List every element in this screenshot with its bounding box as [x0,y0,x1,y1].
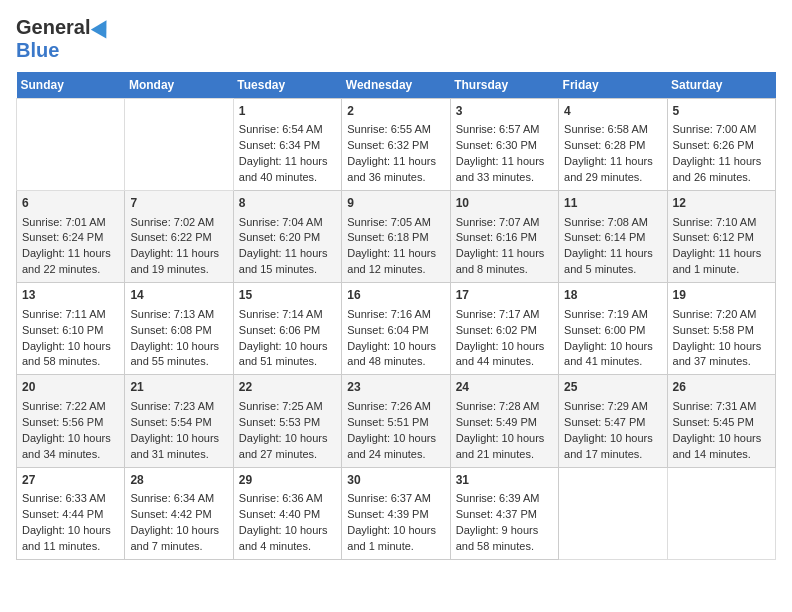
sunrise: Sunrise: 7:31 AM [673,400,757,412]
calendar-cell: 18Sunrise: 7:19 AMSunset: 6:00 PMDayligh… [559,283,667,375]
day-number: 9 [347,195,444,212]
daylight: Daylight: 10 hours and 34 minutes. [22,432,111,460]
day-number: 30 [347,472,444,489]
header-saturday: Saturday [667,72,775,99]
header-monday: Monday [125,72,233,99]
sunset: Sunset: 6:26 PM [673,139,754,151]
day-number: 1 [239,103,336,120]
daylight: Daylight: 10 hours and 14 minutes. [673,432,762,460]
sunrise: Sunrise: 7:01 AM [22,216,106,228]
daylight: Daylight: 10 hours and 21 minutes. [456,432,545,460]
daylight: Daylight: 10 hours and 4 minutes. [239,524,328,552]
daylight: Daylight: 10 hours and 11 minutes. [22,524,111,552]
sunset: Sunset: 6:06 PM [239,324,320,336]
sunset: Sunset: 6:22 PM [130,231,211,243]
sunrise: Sunrise: 7:23 AM [130,400,214,412]
sunset: Sunset: 5:47 PM [564,416,645,428]
week-row-4: 20Sunrise: 7:22 AMSunset: 5:56 PMDayligh… [17,375,776,467]
sunset: Sunset: 4:42 PM [130,508,211,520]
calendar-cell: 15Sunrise: 7:14 AMSunset: 6:06 PMDayligh… [233,283,341,375]
day-number: 23 [347,379,444,396]
daylight: Daylight: 10 hours and 1 minute. [347,524,436,552]
daylight: Daylight: 11 hours and 19 minutes. [130,247,219,275]
day-number: 24 [456,379,553,396]
week-row-2: 6Sunrise: 7:01 AMSunset: 6:24 PMDaylight… [17,191,776,283]
day-number: 15 [239,287,336,304]
daylight: Daylight: 11 hours and 5 minutes. [564,247,653,275]
day-number: 12 [673,195,770,212]
daylight: Daylight: 10 hours and 41 minutes. [564,340,653,368]
daylight: Daylight: 11 hours and 36 minutes. [347,155,436,183]
day-number: 14 [130,287,227,304]
logo-icon [91,17,113,39]
sunrise: Sunrise: 7:10 AM [673,216,757,228]
day-number: 10 [456,195,553,212]
daylight: Daylight: 10 hours and 55 minutes. [130,340,219,368]
daylight: Daylight: 10 hours and 37 minutes. [673,340,762,368]
calendar-cell: 14Sunrise: 7:13 AMSunset: 6:08 PMDayligh… [125,283,233,375]
sunset: Sunset: 4:44 PM [22,508,103,520]
day-number: 4 [564,103,661,120]
daylight: Daylight: 11 hours and 15 minutes. [239,247,328,275]
sunrise: Sunrise: 6:37 AM [347,492,431,504]
calendar-cell: 6Sunrise: 7:01 AMSunset: 6:24 PMDaylight… [17,191,125,283]
sunrise: Sunrise: 7:22 AM [22,400,106,412]
sunset: Sunset: 6:08 PM [130,324,211,336]
sunset: Sunset: 6:02 PM [456,324,537,336]
daylight: Daylight: 11 hours and 33 minutes. [456,155,545,183]
calendar-cell: 23Sunrise: 7:26 AMSunset: 5:51 PMDayligh… [342,375,450,467]
calendar-table: SundayMondayTuesdayWednesdayThursdayFrid… [16,72,776,560]
sunrise: Sunrise: 7:16 AM [347,308,431,320]
daylight: Daylight: 11 hours and 1 minute. [673,247,762,275]
calendar-cell: 10Sunrise: 7:07 AMSunset: 6:16 PMDayligh… [450,191,558,283]
sunrise: Sunrise: 6:55 AM [347,123,431,135]
sunset: Sunset: 6:20 PM [239,231,320,243]
sunrise: Sunrise: 6:54 AM [239,123,323,135]
sunrise: Sunrise: 7:07 AM [456,216,540,228]
sunset: Sunset: 5:45 PM [673,416,754,428]
sunset: Sunset: 6:28 PM [564,139,645,151]
day-number: 11 [564,195,661,212]
calendar-cell: 4Sunrise: 6:58 AMSunset: 6:28 PMDaylight… [559,99,667,191]
sunrise: Sunrise: 7:25 AM [239,400,323,412]
daylight: Daylight: 10 hours and 44 minutes. [456,340,545,368]
calendar-cell [125,99,233,191]
week-row-1: 1Sunrise: 6:54 AMSunset: 6:34 PMDaylight… [17,99,776,191]
sunrise: Sunrise: 7:13 AM [130,308,214,320]
sunset: Sunset: 4:37 PM [456,508,537,520]
sunset: Sunset: 5:54 PM [130,416,211,428]
calendar-cell: 27Sunrise: 6:33 AMSunset: 4:44 PMDayligh… [17,467,125,559]
calendar-cell: 8Sunrise: 7:04 AMSunset: 6:20 PMDaylight… [233,191,341,283]
daylight: Daylight: 11 hours and 26 minutes. [673,155,762,183]
day-number: 29 [239,472,336,489]
calendar-cell [559,467,667,559]
sunrise: Sunrise: 7:29 AM [564,400,648,412]
header-sunday: Sunday [17,72,125,99]
day-number: 5 [673,103,770,120]
day-number: 26 [673,379,770,396]
day-number: 17 [456,287,553,304]
logo-general: General [16,16,90,39]
sunrise: Sunrise: 6:58 AM [564,123,648,135]
daylight: Daylight: 10 hours and 17 minutes. [564,432,653,460]
calendar-cell: 29Sunrise: 6:36 AMSunset: 4:40 PMDayligh… [233,467,341,559]
day-number: 22 [239,379,336,396]
sunset: Sunset: 4:40 PM [239,508,320,520]
sunset: Sunset: 6:24 PM [22,231,103,243]
day-number: 25 [564,379,661,396]
day-number: 16 [347,287,444,304]
week-row-5: 27Sunrise: 6:33 AMSunset: 4:44 PMDayligh… [17,467,776,559]
sunrise: Sunrise: 7:14 AM [239,308,323,320]
calendar-cell: 17Sunrise: 7:17 AMSunset: 6:02 PMDayligh… [450,283,558,375]
calendar-cell: 13Sunrise: 7:11 AMSunset: 6:10 PMDayligh… [17,283,125,375]
calendar-cell: 22Sunrise: 7:25 AMSunset: 5:53 PMDayligh… [233,375,341,467]
calendar-cell: 31Sunrise: 6:39 AMSunset: 4:37 PMDayligh… [450,467,558,559]
sunset: Sunset: 4:39 PM [347,508,428,520]
sunset: Sunset: 6:34 PM [239,139,320,151]
daylight: Daylight: 11 hours and 12 minutes. [347,247,436,275]
day-number: 8 [239,195,336,212]
calendar-cell: 5Sunrise: 7:00 AMSunset: 6:26 PMDaylight… [667,99,775,191]
day-number: 18 [564,287,661,304]
sunrise: Sunrise: 7:17 AM [456,308,540,320]
sunrise: Sunrise: 6:57 AM [456,123,540,135]
